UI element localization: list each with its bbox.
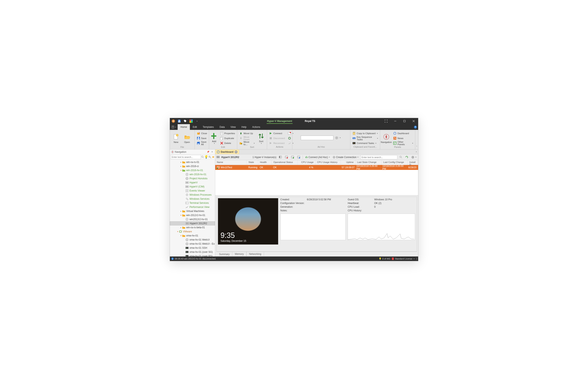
save-qat-icon[interactable]: [177, 118, 182, 124]
tree-node[interactable]: >_vmw-hv-01 (over RS): [170, 254, 215, 256]
tree-node[interactable]: Windows Services: [170, 197, 215, 201]
collapse-ribbon-icon[interactable]: ˄: [415, 130, 418, 149]
menu-help[interactable]: Help: [239, 124, 249, 130]
connect-button[interactable]: Connect: [268, 131, 286, 136]
navigation-button[interactable]: Navigation: [381, 131, 392, 146]
tree-node[interactable]: ▾VMware: [170, 230, 215, 234]
gear-icon[interactable]: ▾: [411, 155, 417, 159]
tree-node[interactable]: ▸win-2016-ci: [170, 164, 215, 168]
tree-node[interactable]: HyperV (CIM): [170, 185, 215, 189]
toolbar-search-icon[interactable]: [399, 155, 403, 159]
tree-node[interactable]: Windows Processes: [170, 193, 215, 197]
tab-networking[interactable]: Networking: [247, 252, 264, 256]
tree-node[interactable]: ▾win-2012r2-hv-01: [170, 213, 215, 217]
other-panels-button[interactable]: Other Panels▾: [392, 141, 414, 145]
tb-icon-2[interactable]: [284, 155, 289, 159]
close-panel-icon[interactable]: ✕: [211, 150, 214, 154]
grid-header[interactable]: Name State Health Operational Status CPU…: [215, 160, 418, 165]
nav-tree[interactable]: ▸win-ra-rs-01▸win-2016-ci▾win-2016-hv-01…: [170, 160, 215, 256]
focus-mode-icon[interactable]: [381, 118, 391, 124]
close-file-button[interactable]: Close: [196, 131, 208, 136]
tree-node[interactable]: win2012r2-hv-01: [170, 217, 215, 221]
minimize-button[interactable]: [391, 118, 400, 124]
connect-adhoc-button[interactable]: Connect (Ad Hoc)▾: [304, 155, 330, 159]
close-button[interactable]: [409, 118, 418, 124]
help-icon[interactable]: ?: [412, 124, 418, 130]
menu-view[interactable]: View: [228, 124, 239, 130]
qat-dropdown-icon[interactable]: ▾: [194, 118, 200, 124]
notes-box[interactable]: [280, 214, 346, 240]
reconnect-button[interactable]: Reconnect: [268, 141, 286, 145]
dashboard-panel-button[interactable]: Dashboard: [392, 131, 414, 136]
tree-node[interactable]: HyperV: [170, 180, 215, 185]
key-icon[interactable]: [208, 155, 211, 159]
tab-dashboard[interactable]: Dashboard ✕: [215, 149, 239, 154]
tb-icon-4[interactable]: [296, 155, 301, 159]
disconnect-button[interactable]: Disconnect: [268, 136, 286, 141]
properties-button[interactable]: Properties: [219, 131, 236, 136]
toolbar-search-input[interactable]: [361, 155, 397, 159]
key-sequence-button[interactable]: AaKey Sequence Tasks▾: [351, 136, 379, 141]
tb-icon-1[interactable]: [278, 155, 283, 159]
tabs-dropdown-icon[interactable]: ▾: [415, 149, 418, 154]
tree-node[interactable]: Terminal Services: [170, 201, 215, 205]
status-license[interactable]: Standard License▾: [392, 257, 415, 260]
tree-node[interactable]: vmw-hv-01 WebUI - Ex: [170, 242, 215, 246]
palette-qat-icon[interactable]: [188, 118, 194, 124]
tree-node[interactable]: Project Honolulu: [170, 176, 215, 180]
tb-icon-3[interactable]: [290, 155, 295, 159]
tab-summary[interactable]: Summary: [217, 252, 232, 256]
save-all-button[interactable]: Save All: [196, 141, 208, 145]
svg-point-66: [186, 190, 188, 191]
refresh-icon[interactable]: [404, 155, 409, 159]
tree-node[interactable]: Events Viewer: [170, 189, 215, 193]
tree-node[interactable]: ▸win-ra-rs-beta-01: [170, 225, 215, 230]
add-button[interactable]: Add▾: [210, 131, 218, 146]
menu-edit[interactable]: Edit: [190, 124, 200, 130]
tree-node[interactable]: Performance View: [170, 205, 215, 209]
tree-node[interactable]: >_vmw-hv-01 (over SG): [170, 250, 215, 254]
bulb-icon[interactable]: 💡: [204, 155, 208, 159]
status-count[interactable]: 💡0 of 441: [379, 257, 391, 260]
nav-search-input[interactable]: [171, 155, 201, 159]
tree-node[interactable]: HyperV 2012R2: [170, 221, 215, 225]
menu-actions[interactable]: Actions: [249, 124, 263, 130]
tag-qat-icon[interactable]: [183, 118, 188, 124]
adhoc-input[interactable]: [301, 136, 333, 140]
app-icon[interactable]: [171, 118, 176, 124]
tree-node[interactable]: win-2016-hv-01: [170, 172, 215, 176]
command-tasks-button[interactable]: >_Command Tasks▾: [351, 141, 379, 145]
sort-button[interactable]: Sort▾: [256, 131, 266, 146]
menu-home[interactable]: Home: [178, 124, 190, 130]
tree-node[interactable]: >_vmw-hv-01 SSH: [170, 246, 215, 250]
move-up-button[interactable]: Move Up: [238, 131, 256, 136]
save-button[interactable]: Save: [196, 136, 208, 141]
search-icon[interactable]: [201, 155, 204, 159]
news-panel-button[interactable]: News: [392, 136, 414, 141]
tab-close-icon[interactable]: ✕: [235, 151, 237, 153]
grid-row-selected[interactable]: Win10Test Running OK OK 4 % 57.19:09:07 …: [215, 165, 418, 170]
tab-memory[interactable]: Memory: [232, 252, 246, 256]
menu-templates[interactable]: Templates: [200, 124, 217, 130]
star-icon[interactable]: ★: [212, 155, 215, 159]
duplicate-button[interactable]: Duplicate: [219, 136, 236, 141]
tree-node[interactable]: ▸win-ra-rs-01: [170, 160, 215, 164]
maximize-button[interactable]: [400, 118, 409, 124]
move-to-button[interactable]: Move to...▾: [238, 141, 256, 145]
menu-data[interactable]: Data: [217, 124, 227, 130]
tree-node[interactable]: ▾win-2016-hv-01: [170, 168, 215, 172]
tree-node[interactable]: ▾vmw-hv-01: [170, 234, 215, 238]
vm-thumbnail[interactable]: 9:35 Saturday, December 15: [218, 198, 278, 245]
delete-button[interactable]: Delete: [219, 141, 236, 145]
tree-node[interactable]: vmw-hv-01 WebUI: [170, 238, 215, 242]
open-button[interactable]: Open: [182, 131, 192, 146]
new-button[interactable]: New: [171, 131, 181, 146]
copy-clipboard-button[interactable]: Copy to Clipboard▾: [351, 131, 379, 136]
file-menu-icon[interactable]: ▾: [170, 124, 178, 130]
adhoc-target-icon[interactable]: ▾: [334, 136, 342, 140]
tree-node[interactable]: ▸Virtual Machines: [170, 209, 215, 213]
resize-grip-icon[interactable]: ⣿: [416, 257, 417, 260]
create-connection-button[interactable]: Create Connection▾: [332, 155, 359, 159]
move-down-button[interactable]: Move Down: [238, 136, 256, 141]
pin-icon[interactable]: 📌: [206, 150, 210, 154]
